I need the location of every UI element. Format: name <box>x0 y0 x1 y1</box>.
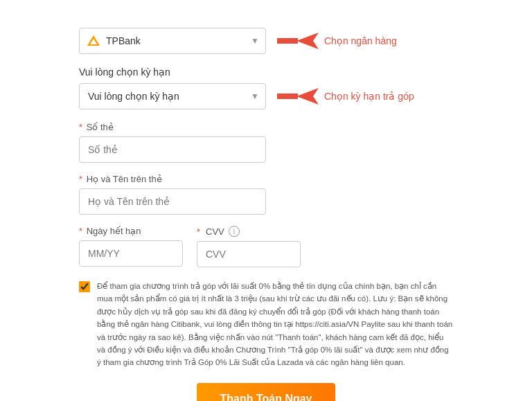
cvv-field: * CVV i <box>197 226 301 267</box>
card-number-input[interactable] <box>79 136 266 163</box>
bank-arrow-icon <box>277 30 319 52</box>
term-arrow-text: Chọn kỳ hạn trả góp <box>324 91 414 102</box>
pay-button[interactable]: Thanh Toán Ngay <box>197 383 335 401</box>
expiry-label: * Ngày hết hạn <box>79 226 183 236</box>
cvv-required: * <box>197 226 200 237</box>
term-select[interactable]: Vui lòng chọn kỳ hạn 3 tháng 6 tháng 12 … <box>79 83 266 109</box>
svg-rect-3 <box>277 38 298 44</box>
payment-form: TPBank Vietcombank Techcombank BIDV ACB … <box>58 14 474 401</box>
installment-checkbox[interactable] <box>79 281 90 292</box>
expiry-cvv-group: * Ngày hết hạn * CVV i <box>79 226 453 267</box>
svg-rect-5 <box>277 93 298 99</box>
expiry-field: * Ngày hết hạn <box>79 226 183 267</box>
expiry-input[interactable] <box>79 240 183 267</box>
bank-arrow-text: Chọn ngân hàng <box>324 35 397 46</box>
inline-fields-row: * Ngày hết hạn * CVV i <box>79 226 453 267</box>
installment-checkbox-text: Để tham gia chương trình trả góp với lãi… <box>97 280 453 369</box>
cvv-input[interactable] <box>197 241 301 267</box>
cvv-info-icon[interactable]: i <box>229 226 240 237</box>
tpbank-icon <box>86 33 101 48</box>
term-arrow-label: Chọn kỳ hạn trả góp <box>277 85 414 107</box>
bank-select-wrapper: TPBank Vietcombank Techcombank BIDV ACB … <box>79 28 266 54</box>
cardholder-input[interactable] <box>79 188 266 215</box>
term-section-label: Vui lòng chọn kỳ hạn <box>79 66 453 78</box>
expiry-required: * <box>79 226 82 236</box>
term-arrow-icon <box>277 85 319 107</box>
svg-marker-4 <box>296 88 319 105</box>
bank-arrow-label: Chọn ngân hàng <box>277 30 397 52</box>
card-number-required: * <box>79 122 82 132</box>
bank-select-row: TPBank Vietcombank Techcombank BIDV ACB … <box>79 28 453 54</box>
svg-marker-2 <box>296 33 319 49</box>
installment-checkbox-area: Để tham gia chương trình trả góp với lãi… <box>79 280 453 369</box>
cardholder-required: * <box>79 174 82 184</box>
term-select-row: Vui lòng chọn kỳ hạn 3 tháng 6 tháng 12 … <box>79 83 453 109</box>
cvv-label-row: * CVV i <box>197 226 301 237</box>
card-number-label: * Số thẻ <box>79 122 453 132</box>
cardholder-field: * Họ và Tên trên thẻ <box>79 174 453 215</box>
bank-select[interactable]: TPBank Vietcombank Techcombank BIDV ACB <box>79 28 266 54</box>
term-select-wrapper: Vui lòng chọn kỳ hạn 3 tháng 6 tháng 12 … <box>79 83 266 109</box>
card-number-field: * Số thẻ <box>79 122 453 163</box>
cardholder-label: * Họ và Tên trên thẻ <box>79 174 453 184</box>
